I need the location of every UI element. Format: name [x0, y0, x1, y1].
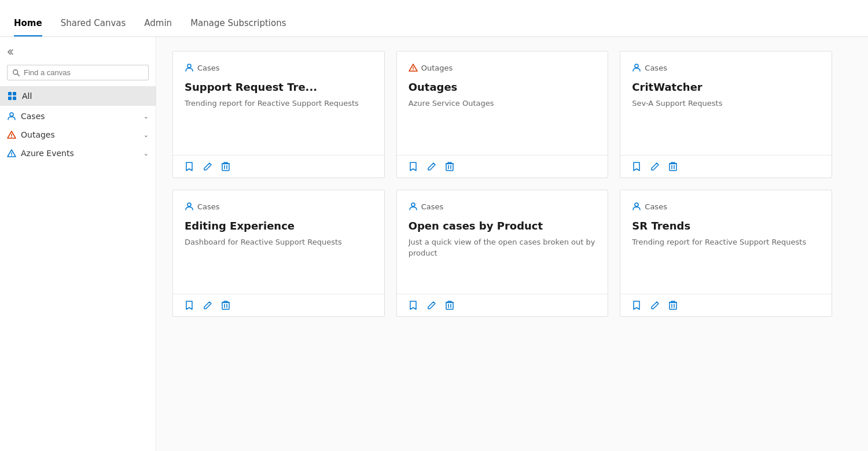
- card-title[interactable]: Outages: [409, 80, 597, 94]
- delete-icon: [222, 301, 230, 310]
- outages-icon: [7, 130, 16, 139]
- svg-rect-2: [8, 92, 12, 95]
- card-category: Cases: [632, 202, 820, 211]
- delete-icon: [669, 162, 677, 171]
- bookmark-icon: [185, 300, 194, 310]
- sidebar-item-all[interactable]: All: [0, 86, 156, 106]
- bookmark-button[interactable]: [632, 300, 641, 310]
- svg-point-9: [11, 136, 12, 138]
- svg-point-35: [411, 203, 415, 206]
- card-category-icon: [185, 202, 194, 211]
- svg-point-20: [413, 69, 414, 71]
- card-footer: [173, 155, 384, 178]
- card-description: Trending report for Reactive Support Req…: [632, 237, 820, 247]
- edit-icon: [203, 162, 212, 171]
- card-category-label: Cases: [197, 202, 220, 211]
- main-content: Cases Support Request Tre... Trending re…: [156, 37, 868, 451]
- edit-button[interactable]: [427, 162, 436, 171]
- card-title[interactable]: Support Request Tre...: [185, 80, 373, 94]
- card-title[interactable]: SR Trends: [632, 219, 820, 232]
- nav-manage-subscriptions[interactable]: Manage Subscriptions: [190, 18, 286, 36]
- edit-button[interactable]: [650, 301, 660, 310]
- card-category: Outages: [409, 63, 597, 72]
- card-description: Trending report for Reactive Support Req…: [185, 98, 373, 109]
- delete-button[interactable]: [669, 301, 677, 310]
- svg-rect-21: [446, 164, 453, 171]
- collapse-icon: [7, 47, 16, 57]
- card-title[interactable]: Editing Experience: [185, 219, 373, 232]
- svg-rect-31: [222, 302, 229, 309]
- bookmark-icon: [632, 161, 641, 172]
- bookmark-icon: [409, 161, 418, 172]
- card-category-label: Cases: [421, 202, 444, 211]
- edit-icon: [427, 301, 436, 310]
- delete-button[interactable]: [222, 162, 230, 171]
- card-category-label: Outages: [421, 64, 453, 72]
- svg-point-30: [187, 203, 191, 206]
- nav-admin[interactable]: Admin: [144, 18, 172, 36]
- nav-shared-canvas[interactable]: Shared Canvas: [61, 18, 126, 36]
- edit-icon: [650, 162, 660, 171]
- card-body: Cases Open cases by Product Just a quick…: [397, 190, 608, 294]
- canvas-card: Outages Outages Azure Service Outages: [396, 51, 609, 178]
- edit-button[interactable]: [427, 301, 436, 310]
- bookmark-icon: [632, 300, 641, 310]
- svg-point-40: [635, 203, 638, 206]
- sidebar: All Cases ⌄ Outages ⌄: [0, 37, 156, 451]
- search-box[interactable]: [7, 65, 149, 80]
- card-description: Azure Service Outages: [409, 98, 597, 109]
- edit-icon: [650, 301, 660, 310]
- outages-chevron-icon: ⌄: [144, 131, 149, 139]
- card-category-label: Cases: [645, 64, 667, 72]
- svg-line-1: [17, 73, 20, 76]
- bookmark-icon: [409, 300, 418, 310]
- cases-icon: [7, 112, 16, 121]
- card-body: Cases Editing Experience Dashboard for R…: [173, 190, 384, 294]
- delete-button[interactable]: [446, 301, 454, 310]
- canvas-card: Cases Support Request Tre... Trending re…: [172, 51, 385, 178]
- card-title[interactable]: CritWatcher: [632, 80, 820, 94]
- main-layout: All Cases ⌄ Outages ⌄: [0, 37, 868, 451]
- card-category: Cases: [632, 63, 820, 72]
- bookmark-button[interactable]: [185, 300, 194, 310]
- card-footer: [173, 294, 384, 316]
- delete-button[interactable]: [669, 162, 677, 171]
- card-category-icon: [632, 63, 641, 72]
- sidebar-item-outages[interactable]: Outages ⌄: [0, 125, 156, 144]
- edit-button[interactable]: [203, 162, 212, 171]
- bookmark-button[interactable]: [185, 161, 194, 172]
- canvas-card: Cases Editing Experience Dashboard for R…: [172, 190, 385, 317]
- delete-button[interactable]: [446, 162, 454, 171]
- svg-rect-26: [670, 164, 676, 171]
- sidebar-collapse-button[interactable]: [0, 44, 156, 60]
- card-footer: [397, 294, 608, 316]
- svg-point-25: [635, 64, 638, 68]
- edit-button[interactable]: [203, 301, 212, 310]
- delete-icon: [669, 301, 677, 310]
- delete-icon: [446, 301, 454, 310]
- card-body: Cases CritWatcher Sev-A Support Requests: [620, 51, 832, 155]
- sidebar-item-cases[interactable]: Cases ⌄: [0, 107, 156, 125]
- canvas-card: Cases Open cases by Product Just a quick…: [396, 190, 609, 317]
- card-category: Cases: [185, 63, 373, 72]
- bookmark-icon: [185, 161, 194, 172]
- card-body: Outages Outages Azure Service Outages: [397, 51, 608, 155]
- sidebar-outages-label: Outages: [21, 130, 139, 139]
- sidebar-item-azure-events[interactable]: Azure Events ⌄: [0, 144, 156, 162]
- card-category: Cases: [409, 202, 597, 211]
- bookmark-button[interactable]: [632, 161, 641, 172]
- sidebar-azure-events-label: Azure Events: [21, 149, 139, 158]
- svg-rect-4: [8, 97, 12, 100]
- bookmark-button[interactable]: [409, 300, 418, 310]
- card-title[interactable]: Open cases by Product: [409, 219, 597, 232]
- card-category-icon: [632, 202, 641, 211]
- search-input[interactable]: [24, 68, 144, 77]
- card-description: Just a quick view of the open cases brok…: [409, 237, 597, 258]
- nav-home[interactable]: Home: [14, 18, 42, 36]
- bookmark-button[interactable]: [409, 161, 418, 172]
- delete-button[interactable]: [222, 301, 230, 310]
- svg-point-12: [11, 155, 12, 156]
- delete-icon: [222, 162, 230, 171]
- edit-button[interactable]: [650, 162, 660, 171]
- sidebar-cases-label: Cases: [21, 112, 139, 121]
